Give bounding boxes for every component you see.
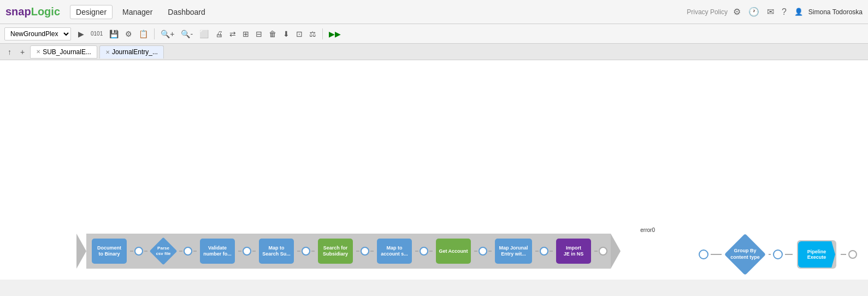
parse-csv-shape-wrapper: Parsecsv file bbox=[151, 239, 176, 264]
user-icon[interactable]: 👤 bbox=[792, 7, 805, 17]
node-map-account[interactable]: Map toaccount s... bbox=[377, 239, 412, 264]
validate-button[interactable]: 📋 bbox=[136, 28, 151, 40]
logo-logic: Logic bbox=[31, 5, 60, 18]
import-je-label: ImportJE in NS bbox=[564, 245, 584, 257]
circle-4 bbox=[302, 247, 310, 256]
tab-label-1: SUB_JournalE... bbox=[43, 48, 91, 56]
node-map-journal[interactable]: Map JorunalEntry wit... bbox=[495, 239, 532, 264]
tabs-bar: ↑ + ✕ SUB_JournalE... ✕ JournalEntry_... bbox=[0, 44, 868, 60]
conn-8 bbox=[311, 251, 315, 252]
import-je-shape: ImportJE in NS bbox=[556, 239, 591, 264]
play-button[interactable]: ▶ bbox=[75, 28, 87, 40]
clock-icon[interactable]: 🕐 bbox=[746, 5, 761, 18]
upper-start-circle bbox=[699, 249, 708, 259]
conn-13 bbox=[474, 251, 477, 252]
map-account-shape: Map toaccount s... bbox=[377, 239, 412, 264]
node-import-je[interactable]: ImportJE in NS bbox=[556, 239, 591, 264]
tab-sub-journal[interactable]: ✕ SUB_JournalE... bbox=[30, 45, 97, 59]
binary-button[interactable]: 0101 bbox=[88, 29, 105, 38]
circle-2 bbox=[184, 247, 192, 256]
search-subsidiary-shape: Search forSubsidiary bbox=[318, 239, 353, 264]
nav-dashboard[interactable]: Dashboard bbox=[162, 5, 211, 19]
pipeline-end-chevron bbox=[611, 234, 621, 269]
circle-7 bbox=[479, 247, 487, 256]
plex-selector[interactable]: NewGroundPlex bbox=[4, 27, 71, 40]
toolbar: NewGroundPlex ▶ 0101 💾 ⚙ 📋 🔍+ 🔍- ⬜ 🖨 ⇄ ⊞… bbox=[0, 24, 868, 44]
header: snapLogic Designer Manager Dashboard Pri… bbox=[0, 0, 868, 24]
conn-14 bbox=[488, 251, 492, 252]
tab-add-button[interactable]: + bbox=[17, 47, 28, 57]
canvas: error0 Group Bycontent type PipelineExec… bbox=[0, 60, 868, 280]
search-subsidiary-label: Search forSubsidiary bbox=[323, 245, 348, 257]
validate-label: Validatenumber fo... bbox=[203, 245, 232, 257]
help-icon[interactable]: ? bbox=[780, 6, 789, 18]
config-button[interactable]: ⚙ bbox=[122, 28, 135, 40]
upper-middle-circle bbox=[773, 249, 783, 259]
parse-csv-label: Parsecsv file bbox=[156, 246, 170, 256]
zoom-in-button[interactable]: 🔍+ bbox=[158, 28, 177, 40]
upper-end-circle bbox=[848, 250, 857, 259]
conn-17 bbox=[594, 251, 598, 252]
nav-designer[interactable]: Designer bbox=[70, 5, 113, 19]
circle-3 bbox=[243, 247, 251, 256]
get-account-shape: Get Account bbox=[436, 239, 471, 264]
tab-upload-button[interactable]: ↑ bbox=[4, 47, 15, 57]
delete-button[interactable]: 🗑 bbox=[266, 28, 279, 40]
map-search-shape: Map toSearch Su... bbox=[259, 239, 294, 264]
save-button[interactable]: 💾 bbox=[107, 28, 121, 40]
circle-1 bbox=[134, 247, 143, 256]
circle-8 bbox=[540, 247, 548, 256]
conn-10 bbox=[370, 251, 374, 252]
map-journal-label: Map JorunalEntry wit... bbox=[499, 245, 528, 257]
nav-manager[interactable]: Manager bbox=[117, 5, 158, 19]
settings-icon[interactable]: ⚙ bbox=[731, 5, 743, 18]
download-button[interactable]: ⬇ bbox=[280, 28, 292, 40]
upper-connector-1 bbox=[711, 254, 722, 255]
validate-shape: Validatenumber fo... bbox=[200, 239, 235, 264]
circle-6 bbox=[420, 247, 428, 256]
pipeline-execute-label: PipelineExecute bbox=[807, 249, 826, 260]
grid-add-button[interactable]: ⊞ bbox=[240, 28, 252, 40]
node-doc-binary[interactable]: Documentto Binary bbox=[92, 239, 127, 264]
fit-button[interactable]: ⬜ bbox=[197, 28, 211, 40]
conn-11 bbox=[415, 251, 418, 252]
conn-7 bbox=[297, 251, 300, 252]
conn-1 bbox=[130, 251, 133, 252]
conn-4 bbox=[193, 251, 197, 252]
grid-remove-button[interactable]: ⊟ bbox=[253, 28, 265, 40]
group-by-label: Group Bycontent type bbox=[730, 248, 760, 260]
tab-close-1[interactable]: ✕ bbox=[36, 49, 40, 55]
map-journal-shape: Map JorunalEntry wit... bbox=[495, 239, 532, 264]
pipeline-execute-shape: PipelineExecute bbox=[798, 241, 835, 268]
node-parse-csv[interactable]: Parsecsv file bbox=[151, 239, 176, 264]
upper-connector-2 bbox=[769, 254, 771, 255]
upper-connector-3 bbox=[785, 254, 793, 255]
conn-3 bbox=[179, 251, 182, 252]
mail-icon[interactable]: ✉ bbox=[765, 5, 776, 18]
pipeline-start-chevron bbox=[76, 234, 86, 269]
swap-button[interactable]: ⇄ bbox=[227, 28, 239, 40]
circle-5 bbox=[361, 247, 369, 256]
node-pipeline-execute[interactable]: PipelineExecute bbox=[797, 240, 836, 269]
node-search-subsidiary[interactable]: Search forSubsidiary bbox=[318, 239, 353, 264]
node-map-search[interactable]: Map toSearch Su... bbox=[259, 239, 294, 264]
node-get-account[interactable]: Get Account bbox=[436, 239, 471, 264]
tab-journal-entry[interactable]: ✕ JournalEntry_... bbox=[99, 45, 164, 59]
table-button[interactable]: ⊡ bbox=[293, 28, 305, 40]
privacy-policy-link[interactable]: Privacy Policy bbox=[687, 8, 728, 16]
zoom-out-button[interactable]: 🔍- bbox=[178, 28, 196, 40]
tab-close-2[interactable]: ✕ bbox=[105, 49, 110, 55]
logo-snap: snap bbox=[5, 5, 31, 18]
separator-1 bbox=[154, 28, 155, 39]
conn-12 bbox=[429, 251, 433, 252]
map-search-label: Map toSearch Su... bbox=[262, 245, 291, 257]
print-button[interactable]: 🖨 bbox=[212, 28, 226, 40]
node-validate[interactable]: Validatenumber fo... bbox=[200, 239, 235, 264]
balance-button[interactable]: ⚖ bbox=[306, 28, 319, 40]
node-group-by[interactable]: Group Bycontent type bbox=[726, 235, 764, 274]
conn-6 bbox=[252, 251, 256, 252]
header-right: Privacy Policy ⚙ 🕐 ✉ ? 👤 Simona Todorosk… bbox=[687, 5, 863, 18]
doc-binary-shape: Documentto Binary bbox=[92, 239, 127, 264]
circle-9 bbox=[599, 247, 607, 256]
run-all-button[interactable]: ▶▶ bbox=[326, 28, 344, 40]
